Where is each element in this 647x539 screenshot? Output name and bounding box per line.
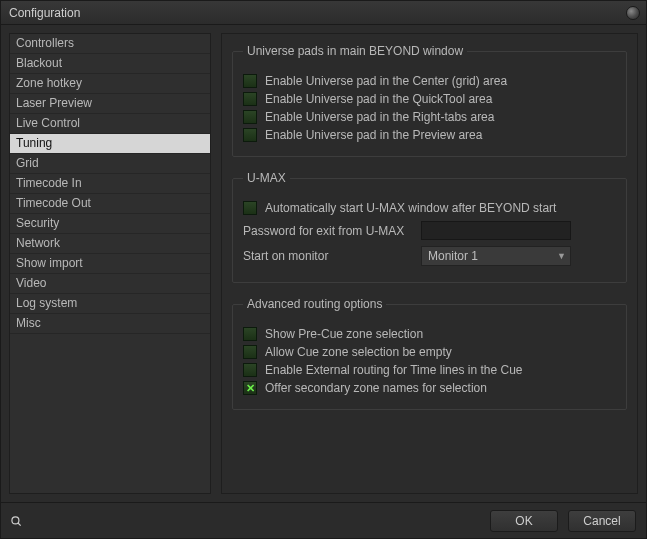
- sidebar-item-label: Show import: [16, 256, 83, 270]
- checkbox-umax-autostart[interactable]: [243, 201, 257, 215]
- group-title: U-MAX: [243, 171, 290, 185]
- sidebar-item-label: Security: [16, 216, 59, 230]
- sidebar-item-label: Laser Preview: [16, 96, 92, 110]
- checkbox-label: Show Pre-Cue zone selection: [265, 327, 423, 341]
- sidebar-item-label: Timecode In: [16, 176, 82, 190]
- checkbox-allow-empty-cue[interactable]: [243, 345, 257, 359]
- sidebar-item-label: Live Control: [16, 116, 80, 130]
- sidebar-item-network[interactable]: Network: [10, 234, 210, 254]
- sidebar-item-label: Log system: [16, 296, 77, 310]
- sidebar-item-label: Video: [16, 276, 46, 290]
- group-advanced-routing: Advanced routing options Show Pre-Cue zo…: [232, 297, 627, 410]
- sidebar-item-laser-preview[interactable]: Laser Preview: [10, 94, 210, 114]
- window-title: Configuration: [9, 6, 80, 20]
- hint-icon[interactable]: [9, 514, 23, 528]
- sidebar-item-security[interactable]: Security: [10, 214, 210, 234]
- cancel-button[interactable]: Cancel: [568, 510, 636, 532]
- sidebar-item-label: Tuning: [16, 136, 52, 150]
- chevron-down-icon: ▼: [557, 251, 566, 261]
- sidebar-item-label: Network: [16, 236, 60, 250]
- sidebar-item-grid[interactable]: Grid: [10, 154, 210, 174]
- sidebar-item-timecode-out[interactable]: Timecode Out: [10, 194, 210, 214]
- umax-password-label: Password for exit from U-MAX: [243, 224, 421, 238]
- checkbox-universe-right-tabs[interactable]: [243, 110, 257, 124]
- sidebar-item-label: Controllers: [16, 36, 74, 50]
- sidebar-item-label: Misc: [16, 316, 41, 330]
- sidebar-item-zone-hotkey[interactable]: Zone hotkey: [10, 74, 210, 94]
- group-title: Universe pads in main BEYOND window: [243, 44, 467, 58]
- window-orb-icon[interactable]: [626, 6, 640, 20]
- sidebar-item-log-system[interactable]: Log system: [10, 294, 210, 314]
- svg-line-1: [18, 522, 21, 525]
- group-umax: U-MAX Automatically start U-MAX window a…: [232, 171, 627, 283]
- checkbox-universe-preview[interactable]: [243, 128, 257, 142]
- sidebar-item-timecode-in[interactable]: Timecode In: [10, 174, 210, 194]
- body: Controllers Blackout Zone hotkey Laser P…: [1, 25, 646, 502]
- sidebar-item-blackout[interactable]: Blackout: [10, 54, 210, 74]
- checkbox-precue-selection[interactable]: [243, 327, 257, 341]
- checkbox-secondary-zone-names[interactable]: [243, 381, 257, 395]
- checkbox-label: Enable Universe pad in the Center (grid)…: [265, 74, 507, 88]
- sidebar-item-label: Zone hotkey: [16, 76, 82, 90]
- sidebar-item-tuning[interactable]: Tuning: [10, 134, 210, 154]
- sidebar-item-live-control[interactable]: Live Control: [10, 114, 210, 134]
- sidebar-item-video[interactable]: Video: [10, 274, 210, 294]
- checkbox-label: Offer secondary zone names for selection: [265, 381, 487, 395]
- checkbox-universe-quicktool[interactable]: [243, 92, 257, 106]
- sidebar-item-label: Timecode Out: [16, 196, 91, 210]
- sidebar: Controllers Blackout Zone hotkey Laser P…: [9, 33, 211, 494]
- sidebar-item-misc[interactable]: Misc: [10, 314, 210, 334]
- content-panel: Universe pads in main BEYOND window Enab…: [221, 33, 638, 494]
- sidebar-item-controllers[interactable]: Controllers: [10, 34, 210, 54]
- sidebar-item-label: Grid: [16, 156, 39, 170]
- checkbox-external-routing[interactable]: [243, 363, 257, 377]
- checkbox-label: Automatically start U-MAX window after B…: [265, 201, 556, 215]
- footer: OK Cancel: [1, 502, 646, 538]
- titlebar: Configuration: [1, 1, 646, 25]
- umax-password-field[interactable]: [421, 221, 571, 240]
- checkbox-label: Allow Cue zone selection be empty: [265, 345, 452, 359]
- checkbox-label: Enable Universe pad in the Right-tabs ar…: [265, 110, 494, 124]
- sidebar-item-show-import[interactable]: Show import: [10, 254, 210, 274]
- select-value: Monitor 1: [428, 249, 478, 263]
- checkbox-universe-center[interactable]: [243, 74, 257, 88]
- config-window: Configuration Controllers Blackout Zone …: [0, 0, 647, 539]
- checkbox-label: Enable External routing for Time lines i…: [265, 363, 522, 377]
- checkbox-label: Enable Universe pad in the Preview area: [265, 128, 482, 142]
- group-universe-pads: Universe pads in main BEYOND window Enab…: [232, 44, 627, 157]
- ok-button[interactable]: OK: [490, 510, 558, 532]
- sidebar-item-label: Blackout: [16, 56, 62, 70]
- checkbox-label: Enable Universe pad in the QuickTool are…: [265, 92, 492, 106]
- umax-monitor-select[interactable]: Monitor 1 ▼: [421, 246, 571, 266]
- group-title: Advanced routing options: [243, 297, 386, 311]
- umax-monitor-label: Start on monitor: [243, 249, 421, 263]
